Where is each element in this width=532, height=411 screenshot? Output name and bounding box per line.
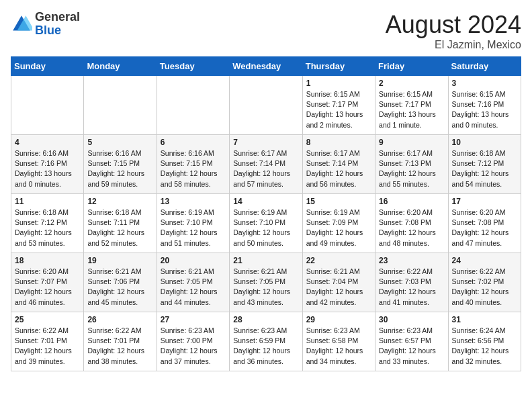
day-number: 16 bbox=[379, 197, 444, 206]
day-number: 29 bbox=[306, 315, 371, 324]
day-number: 26 bbox=[87, 315, 152, 324]
day-number: 3 bbox=[452, 79, 517, 88]
day-number: 2 bbox=[379, 79, 444, 88]
calendar-week-row: 18Sunrise: 6:20 AM Sunset: 7:07 PM Dayli… bbox=[11, 253, 521, 312]
location: El Jazmin, Mexico bbox=[386, 39, 521, 51]
calendar-cell: 21Sunrise: 6:21 AM Sunset: 7:05 PM Dayli… bbox=[230, 253, 302, 312]
calendar-week-row: 4Sunrise: 6:16 AM Sunset: 7:16 PM Daylig… bbox=[11, 135, 521, 194]
day-info: Sunrise: 6:23 AM Sunset: 6:57 PM Dayligh… bbox=[379, 326, 444, 367]
day-number: 7 bbox=[233, 138, 298, 147]
day-info: Sunrise: 6:18 AM Sunset: 7:11 PM Dayligh… bbox=[87, 208, 152, 248]
day-number: 22 bbox=[306, 256, 371, 265]
day-of-week-header: Monday bbox=[84, 57, 157, 76]
day-info: Sunrise: 6:19 AM Sunset: 7:10 PM Dayligh… bbox=[233, 208, 298, 248]
calendar-cell: 5Sunrise: 6:16 AM Sunset: 7:15 PM Daylig… bbox=[84, 135, 157, 194]
calendar-cell: 10Sunrise: 6:18 AM Sunset: 7:12 PM Dayli… bbox=[448, 135, 521, 194]
calendar-cell: 30Sunrise: 6:23 AM Sunset: 6:57 PM Dayli… bbox=[375, 312, 448, 371]
calendar-week-row: 1Sunrise: 6:15 AM Sunset: 7:17 PM Daylig… bbox=[11, 76, 521, 135]
day-info: Sunrise: 6:22 AM Sunset: 7:01 PM Dayligh… bbox=[87, 326, 152, 367]
day-of-week-header: Sunday bbox=[11, 57, 84, 76]
day-number: 9 bbox=[379, 138, 444, 147]
day-info: Sunrise: 6:18 AM Sunset: 7:12 PM Dayligh… bbox=[452, 148, 517, 189]
calendar-cell: 31Sunrise: 6:24 AM Sunset: 6:56 PM Dayli… bbox=[448, 312, 521, 371]
calendar-cell: 6Sunrise: 6:16 AM Sunset: 7:15 PM Daylig… bbox=[157, 135, 229, 194]
calendar-cell: 22Sunrise: 6:21 AM Sunset: 7:04 PM Dayli… bbox=[302, 253, 375, 312]
calendar-cell bbox=[11, 76, 84, 135]
day-number: 27 bbox=[161, 315, 226, 324]
day-of-week-header: Thursday bbox=[302, 57, 375, 76]
calendar-cell: 2Sunrise: 6:15 AM Sunset: 7:17 PM Daylig… bbox=[375, 76, 448, 135]
day-info: Sunrise: 6:22 AM Sunset: 7:01 PM Dayligh… bbox=[15, 326, 80, 367]
day-info: Sunrise: 6:17 AM Sunset: 7:13 PM Dayligh… bbox=[379, 148, 444, 189]
day-number: 17 bbox=[452, 197, 517, 206]
day-info: Sunrise: 6:18 AM Sunset: 7:12 PM Dayligh… bbox=[15, 208, 80, 248]
calendar-cell: 26Sunrise: 6:22 AM Sunset: 7:01 PM Dayli… bbox=[84, 312, 157, 371]
calendar-cell: 13Sunrise: 6:19 AM Sunset: 7:10 PM Dayli… bbox=[157, 194, 229, 253]
day-info: Sunrise: 6:21 AM Sunset: 7:05 PM Dayligh… bbox=[233, 267, 298, 308]
calendar-cell bbox=[157, 76, 229, 135]
calendar-cell: 3Sunrise: 6:15 AM Sunset: 7:16 PM Daylig… bbox=[448, 76, 521, 135]
calendar-cell: 14Sunrise: 6:19 AM Sunset: 7:10 PM Dayli… bbox=[230, 194, 302, 253]
day-number: 20 bbox=[161, 256, 226, 265]
day-number: 14 bbox=[233, 197, 298, 206]
calendar-cell: 23Sunrise: 6:22 AM Sunset: 7:03 PM Dayli… bbox=[375, 253, 448, 312]
logo-icon bbox=[11, 13, 32, 35]
day-info: Sunrise: 6:22 AM Sunset: 7:03 PM Dayligh… bbox=[379, 267, 444, 308]
logo-text: General Blue bbox=[35, 11, 80, 38]
calendar-cell: 20Sunrise: 6:21 AM Sunset: 7:05 PM Dayli… bbox=[157, 253, 229, 312]
day-info: Sunrise: 6:22 AM Sunset: 7:02 PM Dayligh… bbox=[452, 267, 517, 308]
day-info: Sunrise: 6:16 AM Sunset: 7:16 PM Dayligh… bbox=[15, 148, 80, 189]
day-number: 4 bbox=[15, 138, 80, 147]
calendar-cell bbox=[230, 76, 302, 135]
day-number: 6 bbox=[161, 138, 226, 147]
day-info: Sunrise: 6:16 AM Sunset: 7:15 PM Dayligh… bbox=[87, 148, 152, 189]
day-number: 31 bbox=[452, 315, 517, 324]
day-info: Sunrise: 6:24 AM Sunset: 6:56 PM Dayligh… bbox=[452, 326, 517, 367]
day-number: 24 bbox=[452, 256, 517, 265]
day-of-week-header: Tuesday bbox=[157, 57, 229, 76]
calendar-header-row: SundayMondayTuesdayWednesdayThursdayFrid… bbox=[11, 57, 521, 76]
day-number: 30 bbox=[379, 315, 444, 324]
day-info: Sunrise: 6:20 AM Sunset: 7:08 PM Dayligh… bbox=[379, 208, 444, 248]
day-number: 23 bbox=[379, 256, 444, 265]
day-info: Sunrise: 6:23 AM Sunset: 6:59 PM Dayligh… bbox=[233, 326, 298, 367]
day-info: Sunrise: 6:19 AM Sunset: 7:10 PM Dayligh… bbox=[161, 208, 226, 248]
day-number: 25 bbox=[15, 315, 80, 324]
day-info: Sunrise: 6:21 AM Sunset: 7:06 PM Dayligh… bbox=[87, 267, 152, 308]
calendar-cell: 7Sunrise: 6:17 AM Sunset: 7:14 PM Daylig… bbox=[230, 135, 302, 194]
calendar-cell: 15Sunrise: 6:19 AM Sunset: 7:09 PM Dayli… bbox=[302, 194, 375, 253]
calendar-cell: 1Sunrise: 6:15 AM Sunset: 7:17 PM Daylig… bbox=[302, 76, 375, 135]
day-info: Sunrise: 6:23 AM Sunset: 6:58 PM Dayligh… bbox=[306, 326, 371, 367]
day-info: Sunrise: 6:15 AM Sunset: 7:16 PM Dayligh… bbox=[452, 89, 517, 130]
calendar-week-row: 11Sunrise: 6:18 AM Sunset: 7:12 PM Dayli… bbox=[11, 194, 521, 253]
day-number: 1 bbox=[306, 79, 371, 88]
day-info: Sunrise: 6:23 AM Sunset: 7:00 PM Dayligh… bbox=[161, 326, 226, 367]
day-of-week-header: Friday bbox=[375, 57, 448, 76]
logo-blue-text: Blue bbox=[35, 24, 80, 38]
day-number: 5 bbox=[87, 138, 152, 147]
logo: General Blue bbox=[11, 11, 80, 38]
month-year: August 2024 bbox=[386, 11, 521, 39]
day-info: Sunrise: 6:17 AM Sunset: 7:14 PM Dayligh… bbox=[306, 148, 371, 189]
calendar-table: SundayMondayTuesdayWednesdayThursdayFrid… bbox=[11, 56, 521, 371]
calendar-cell: 12Sunrise: 6:18 AM Sunset: 7:11 PM Dayli… bbox=[84, 194, 157, 253]
calendar-cell: 24Sunrise: 6:22 AM Sunset: 7:02 PM Dayli… bbox=[448, 253, 521, 312]
day-info: Sunrise: 6:20 AM Sunset: 7:07 PM Dayligh… bbox=[15, 267, 80, 308]
calendar-cell: 17Sunrise: 6:20 AM Sunset: 7:08 PM Dayli… bbox=[448, 194, 521, 253]
calendar-cell: 9Sunrise: 6:17 AM Sunset: 7:13 PM Daylig… bbox=[375, 135, 448, 194]
day-info: Sunrise: 6:21 AM Sunset: 7:05 PM Dayligh… bbox=[161, 267, 226, 308]
calendar-cell: 8Sunrise: 6:17 AM Sunset: 7:14 PM Daylig… bbox=[302, 135, 375, 194]
day-number: 19 bbox=[87, 256, 152, 265]
day-number: 15 bbox=[306, 197, 371, 206]
calendar-week-row: 25Sunrise: 6:22 AM Sunset: 7:01 PM Dayli… bbox=[11, 312, 521, 371]
calendar-cell: 29Sunrise: 6:23 AM Sunset: 6:58 PM Dayli… bbox=[302, 312, 375, 371]
logo-general-text: General bbox=[35, 11, 80, 24]
day-info: Sunrise: 6:19 AM Sunset: 7:09 PM Dayligh… bbox=[306, 208, 371, 248]
day-number: 8 bbox=[306, 138, 371, 147]
day-of-week-header: Wednesday bbox=[230, 57, 302, 76]
calendar-cell: 11Sunrise: 6:18 AM Sunset: 7:12 PM Dayli… bbox=[11, 194, 84, 253]
day-info: Sunrise: 6:17 AM Sunset: 7:14 PM Dayligh… bbox=[233, 148, 298, 189]
calendar-cell: 19Sunrise: 6:21 AM Sunset: 7:06 PM Dayli… bbox=[84, 253, 157, 312]
day-info: Sunrise: 6:15 AM Sunset: 7:17 PM Dayligh… bbox=[379, 89, 444, 130]
calendar-cell: 27Sunrise: 6:23 AM Sunset: 7:00 PM Dayli… bbox=[157, 312, 229, 371]
